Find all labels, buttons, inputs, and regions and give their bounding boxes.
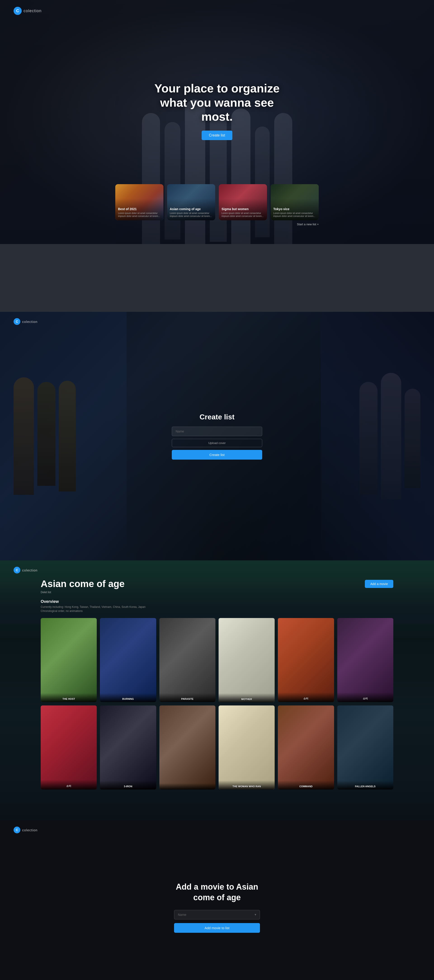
overview-text-2: Chronological order, no animations [41, 609, 393, 612]
left-figures [0, 312, 126, 560]
logo: C colection [14, 827, 38, 834]
hero-content: Your place to organize what you wanna se… [149, 81, 285, 140]
logo-icon: C [14, 318, 20, 325]
add-movie-title-line2: come of age [193, 893, 241, 902]
card-desc: Lorem ipsum dolor sit amet consectetur i… [273, 212, 316, 218]
movie-poster-6[interactable]: 소미 [337, 618, 393, 702]
section-gap [0, 244, 434, 312]
card-content: Sigma but women Lorem ipsum dolor sit am… [219, 205, 267, 220]
create-list-section: C colection Create list Upload cover Cre… [0, 312, 434, 560]
list-card-best-of-2021[interactable]: Best of 2021 Lorem ipsum dolor sit amet … [115, 184, 163, 220]
poster-label-1: THE HOST [41, 693, 97, 702]
create-list-heading: Create list [172, 413, 262, 421]
card-content: Asian coming of age Lorem ipsum dolor si… [167, 205, 215, 220]
poster-label-12: FALLEN ANGELS [337, 781, 393, 789]
add-movie-select[interactable]: Name [174, 910, 260, 920]
list-view-title-row: Asian come of age Add a movie [41, 579, 393, 589]
movie-poster-8[interactable]: 3-IRON [100, 705, 156, 789]
logo-icon: C [14, 827, 20, 834]
movie-poster-9[interactable] [160, 705, 215, 789]
start-new-list-link[interactable]: Start a new list + [115, 223, 319, 226]
upload-cover-button[interactable]: Upload cover [172, 439, 262, 447]
poster-label-2: BURNING [100, 693, 156, 702]
card-desc: Lorem ipsum dolor sit amet consectetur i… [170, 212, 212, 218]
delete-list-link[interactable]: Delet list [41, 591, 393, 594]
brand-name: colection [22, 568, 38, 572]
poster-label-10: THE WOMAN WHO RAN [219, 781, 274, 789]
card-desc: Lorem ipsum dolor sit amet consectetur i… [118, 212, 161, 218]
create-list-name-input[interactable] [172, 426, 262, 436]
list-card-tokyo-vice[interactable]: Tokyo vice Lorem ipsum dolor sit amet co… [271, 184, 319, 220]
logo-icon: C [14, 7, 22, 15]
card-title: Asian coming of age [170, 207, 212, 211]
logo-icon: C [14, 567, 20, 573]
brand-name: colection [22, 828, 38, 832]
brand-name: colection [22, 320, 38, 324]
list-view-content: Asian come of age Add a movie Delet list… [0, 560, 434, 808]
movie-poster-4[interactable]: MOTHER [219, 618, 274, 702]
movie-poster-3[interactable]: PARASITE [160, 618, 215, 702]
add-movie-title-line1: Add a movie to Asian [176, 882, 258, 891]
add-movie-select-wrapper: Name ▼ [174, 910, 260, 920]
movie-poster-11[interactable]: COMMAND [278, 705, 334, 789]
hero-section: C colection Your place to organize what … [0, 0, 434, 244]
movie-poster-1[interactable]: THE HOST [41, 618, 97, 702]
poster-label-9 [160, 783, 215, 789]
poster-label-3: PARASITE [160, 693, 215, 702]
overview-text-1: Currently including: Hong Kong, Taiwan, … [41, 605, 393, 609]
logo: C colection [14, 7, 41, 15]
card-content: Tokyo vice Lorem ipsum dolor sit amet co… [271, 205, 319, 220]
add-movie-section: C colection Add a movie to Asian come of… [0, 820, 434, 980]
list-view-title: Asian come of age [41, 579, 124, 589]
list-card-asian-coming[interactable]: Asian coming of age Lorem ipsum dolor si… [167, 184, 215, 220]
poster-label-4: MOTHER [219, 693, 274, 702]
card-title: Tokyo vice [273, 207, 316, 211]
list-cards-row: Best of 2021 Lorem ipsum dolor sit amet … [115, 184, 319, 220]
create-list-submit-button[interactable]: Create list [172, 450, 262, 460]
movie-poster-7[interactable]: 소미 [41, 705, 97, 789]
movie-poster-5[interactable]: 소미 [278, 618, 334, 702]
logo: C colection [14, 567, 38, 573]
movie-poster-10[interactable]: THE WOMAN WHO RAN [219, 705, 274, 790]
add-movie-title: Add a movie to Asian come of age [176, 882, 258, 903]
poster-label-8: 3-IRON [100, 781, 156, 789]
create-list-panel: Create list Upload cover Create list [172, 413, 262, 460]
poster-label-5: 소미 [278, 692, 334, 702]
poster-label-11: COMMAND [278, 781, 334, 789]
add-movie-button[interactable]: Add a movie [365, 580, 393, 588]
brand-name: colection [24, 9, 41, 13]
hero-create-list-button[interactable]: Create list [202, 130, 232, 140]
right-figures [321, 312, 434, 560]
overview-heading: Overview [41, 599, 393, 604]
list-card-sigma-women[interactable]: Sigma but women Lorem ipsum dolor sit am… [219, 184, 267, 220]
list-cards-section: Best of 2021 Lorem ipsum dolor sit amet … [115, 184, 319, 226]
movie-poster-2[interactable]: BURNING [100, 618, 156, 702]
movie-grid: THE HOST BURNING PARASITE MOTHER 소미 소미 소… [41, 618, 393, 789]
card-title: Best of 2021 [118, 207, 161, 211]
card-title: Sigma but women [222, 207, 264, 211]
movie-poster-12[interactable]: FALLEN ANGELS [337, 705, 393, 789]
poster-label-7: 소미 [41, 780, 97, 789]
poster-label-6: 소미 [337, 692, 393, 702]
card-content: Best of 2021 Lorem ipsum dolor sit amet … [115, 205, 163, 220]
add-movie-to-list-button[interactable]: Add movie to list [174, 923, 260, 933]
logo: C colection [14, 318, 38, 325]
list-view-overview: Overview Currently including: Hong Kong,… [41, 599, 393, 612]
card-desc: Lorem ipsum dolor sit amet consectetur i… [222, 212, 264, 218]
list-view-section: C colection Asian come of age Add a movi… [0, 560, 434, 820]
hero-title: Your place to organize what you wanna se… [149, 81, 285, 124]
